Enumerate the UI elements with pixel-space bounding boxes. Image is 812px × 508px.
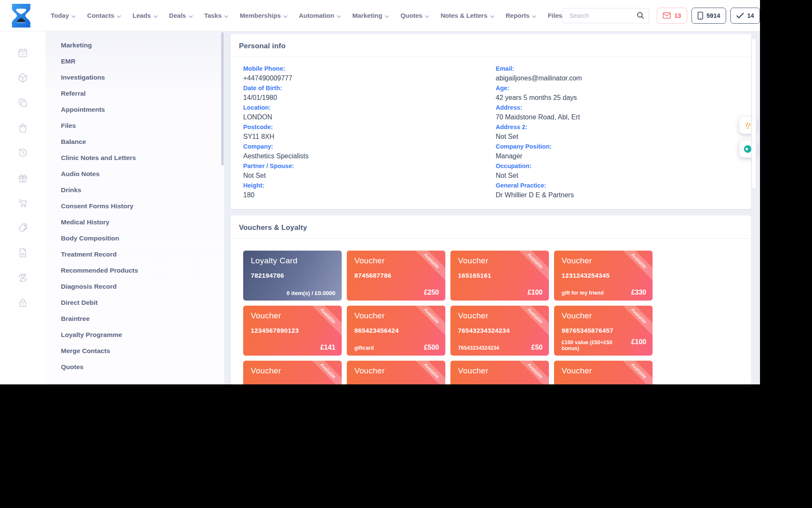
account-sync-icon[interactable] bbox=[11, 265, 34, 290]
sidebar-menu-item[interactable]: Consent Forms History bbox=[46, 198, 224, 214]
chevron-down-icon bbox=[71, 12, 76, 19]
main-menu-item[interactable]: Deals bbox=[169, 11, 193, 19]
main-menu-item[interactable]: Files bbox=[548, 12, 562, 19]
sidebar-menu-item[interactable]: Appointments bbox=[46, 102, 224, 118]
top-nav: Today Contacts Leads bbox=[0, 0, 760, 31]
voucher-number: 865423456424 bbox=[354, 327, 438, 334]
voucher-card[interactable]: Voucher 1231243254345 gift for my friend… bbox=[554, 251, 653, 301]
field-value: Aesthetics Specialists bbox=[243, 151, 496, 161]
voucher-card[interactable]: Voucher Available bbox=[450, 361, 549, 384]
main-menu-item[interactable]: Contacts bbox=[87, 11, 121, 19]
voucher-card[interactable]: Voucher 98765345876457 £100 value (£50+£… bbox=[554, 306, 653, 356]
fields-column-left: Mobile Phone: +447490009777 Date of Birt… bbox=[243, 64, 496, 201]
search-icon[interactable] bbox=[636, 11, 645, 19]
phone-icon bbox=[697, 11, 703, 20]
voucher-card[interactable]: Voucher 165165161 £100 Available bbox=[450, 251, 549, 301]
sidebar-menu-item[interactable]: Drinks bbox=[46, 182, 224, 198]
phone-badge[interactable]: 5914 bbox=[691, 8, 726, 24]
voucher-amount: £100 bbox=[527, 289, 543, 296]
voucher-number: 1231243254345 bbox=[562, 272, 645, 279]
voucher-note: £100 value (£50+£50 bonus) bbox=[562, 340, 631, 351]
info-field: Company: Aesthetics Specialists bbox=[243, 142, 496, 162]
info-field: Mobile Phone: +447490009777 bbox=[243, 64, 496, 84]
voucher-card[interactable]: Voucher 865423456424 giftcard £500 Avail… bbox=[347, 306, 445, 356]
sidebar-menu-item[interactable]: Direct Debit bbox=[46, 295, 224, 311]
field-label: Location: bbox=[243, 103, 496, 112]
sidebar-menu-item[interactable]: Referral bbox=[46, 86, 224, 102]
voucher-card[interactable]: Voucher 76543234324234 76543234324234 £5… bbox=[450, 306, 549, 356]
chevron-down-icon bbox=[490, 12, 494, 19]
voucher-card[interactable]: Voucher Available bbox=[243, 361, 342, 384]
tasks-badge[interactable]: 14 bbox=[730, 8, 760, 24]
info-field: Address: 70 Maidstone Road, Abl, Ert bbox=[496, 103, 743, 123]
sidebar-menu-item[interactable]: Clinic Notes and Letters bbox=[46, 150, 224, 166]
voucher-card[interactable]: Voucher Available bbox=[554, 361, 653, 384]
main-menu-item[interactable]: Automation bbox=[299, 11, 341, 19]
field-label: Mobile Phone: bbox=[243, 64, 496, 73]
main-menu-item[interactable]: Tasks bbox=[204, 11, 228, 19]
sidebar-menu-item[interactable]: Treatment Record bbox=[46, 246, 224, 262]
chevron-down-icon bbox=[154, 12, 158, 19]
sidebar-menu-item[interactable]: Merge Contacts bbox=[46, 343, 224, 359]
lock-icon[interactable] bbox=[11, 290, 34, 315]
voucher-number: 98765345876457 bbox=[562, 327, 645, 334]
main-menu-item[interactable]: Marketing bbox=[352, 11, 389, 19]
sidebar-menu-item[interactable]: Marketing bbox=[46, 37, 224, 53]
sidebar-menu-item[interactable]: Body Composition bbox=[46, 230, 224, 246]
icon-sidebar: 12 bbox=[0, 31, 46, 384]
sidebar-menu-item[interactable]: Balance bbox=[46, 134, 224, 150]
gift-icon[interactable] bbox=[11, 165, 34, 190]
loyalty-card-summary: 0 item(s) / £0.0000 bbox=[286, 290, 335, 296]
menu-scrollbar[interactable] bbox=[221, 31, 224, 384]
sidebar-menu-item[interactable]: Investigations bbox=[46, 69, 224, 86]
voucher-number: 8745687786 bbox=[354, 272, 438, 279]
sidebar-menu-item[interactable]: Medical History bbox=[46, 214, 224, 230]
sidebar-menu-item[interactable]: EMR bbox=[46, 53, 224, 69]
voucher-number: 76543234324234 bbox=[458, 327, 541, 334]
main-menu-item[interactable]: Memberships bbox=[240, 11, 288, 19]
loyalty-card-title: Loyalty Card bbox=[251, 256, 334, 265]
mail-badge[interactable]: 13 bbox=[657, 8, 687, 24]
app-logo-hourglass-icon[interactable] bbox=[10, 3, 32, 28]
voucher-card[interactable]: Voucher 8745687786 £250 Available bbox=[347, 251, 445, 301]
calendar-icon[interactable]: 12 bbox=[11, 40, 34, 65]
price-tag-icon[interactable] bbox=[11, 215, 34, 240]
main-menu-item[interactable]: Notes & Letters bbox=[441, 11, 494, 19]
sidebar-menu-item[interactable]: Loyalty Programme bbox=[46, 327, 224, 343]
info-field: Height: 180 bbox=[243, 181, 496, 201]
cart-icon[interactable] bbox=[11, 190, 34, 215]
sidebar-menu-item[interactable]: Audio Notes bbox=[46, 166, 224, 182]
main-menu-item[interactable]: Leads bbox=[132, 11, 157, 19]
field-value: 180 bbox=[243, 190, 496, 200]
loyalty-card-number: 782194786 bbox=[251, 272, 334, 279]
main-menu-item[interactable]: Today bbox=[51, 11, 76, 19]
sidebar-menu-item[interactable]: Files bbox=[46, 118, 224, 134]
main-menu-item[interactable]: Reports bbox=[506, 11, 537, 19]
info-field: Date of Birth: 14/01/1980 bbox=[243, 84, 496, 103]
voucher-note: giftcard bbox=[354, 345, 374, 351]
nav-badges: 13 5914 14 bbox=[657, 8, 760, 24]
history-icon[interactable] bbox=[11, 140, 34, 165]
voucher-card[interactable]: Voucher 1234567890123 £141 Available bbox=[243, 306, 342, 356]
sidebar-menu-item[interactable]: Quotes bbox=[46, 359, 224, 375]
field-value: 42 years 5 months 25 days bbox=[496, 93, 743, 102]
loyalty-card[interactable]: Loyalty Card 782194786 0 item(s) / £0.00… bbox=[243, 251, 342, 301]
voucher-note: gift for my friend bbox=[562, 290, 604, 296]
info-field: Occupation: Not Set bbox=[496, 162, 743, 181]
main-menu-item[interactable]: Quotes bbox=[401, 11, 429, 19]
check-icon bbox=[736, 13, 744, 19]
voucher-amount: £141 bbox=[320, 344, 335, 351]
search-input[interactable] bbox=[568, 12, 636, 19]
report-icon[interactable] bbox=[11, 240, 34, 265]
sidebar-menu-item[interactable]: Braintree bbox=[46, 311, 224, 327]
voucher-card[interactable]: Voucher Available bbox=[347, 361, 445, 384]
content-scrollbar[interactable] bbox=[751, 31, 757, 384]
shopping-bag-icon[interactable] bbox=[11, 115, 34, 140]
envelope-icon bbox=[663, 12, 671, 19]
sidebar-menu-item[interactable]: Recommended Products bbox=[46, 262, 224, 279]
sidebar-menu-item[interactable]: Diagnosis Record bbox=[46, 279, 224, 295]
chevron-down-icon bbox=[224, 12, 228, 19]
global-search bbox=[562, 8, 649, 23]
package-icon[interactable] bbox=[11, 65, 34, 90]
copy-icon[interactable] bbox=[11, 90, 34, 115]
